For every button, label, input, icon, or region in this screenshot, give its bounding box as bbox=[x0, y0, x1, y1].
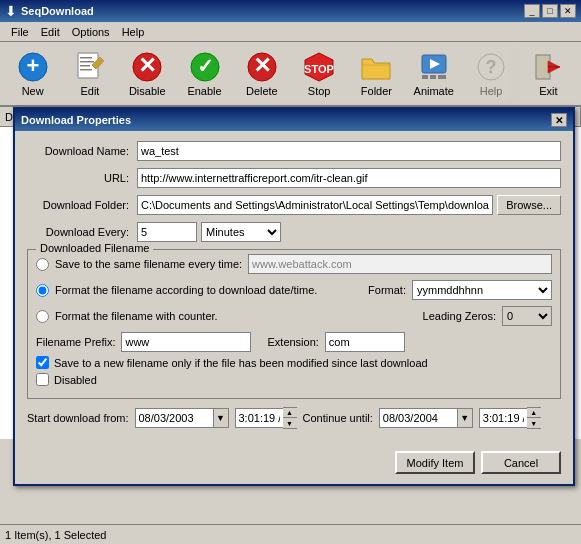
app-title: SeqDownload bbox=[21, 5, 94, 17]
animate-icon bbox=[418, 51, 450, 83]
prefix-label: Filename Prefix: bbox=[36, 336, 115, 348]
dialog-title-bar: Download Properties ✕ bbox=[15, 109, 573, 131]
toolbar-help-label: Help bbox=[480, 85, 503, 97]
format-select[interactable]: yymmddhhnn bbox=[412, 280, 552, 300]
toolbar-new-button[interactable]: + New bbox=[5, 46, 60, 102]
toolbar-help-button[interactable]: ? Help bbox=[463, 46, 518, 102]
folder-label: Download Folder: bbox=[27, 199, 137, 211]
radio-same-filename[interactable] bbox=[36, 258, 49, 271]
maximize-button[interactable]: □ bbox=[542, 4, 558, 18]
end-time-down[interactable]: ▼ bbox=[527, 418, 541, 428]
every-select[interactable]: Minutes bbox=[201, 222, 281, 242]
folder-input[interactable] bbox=[137, 195, 493, 215]
menu-edit[interactable]: Edit bbox=[35, 24, 66, 40]
start-time-up[interactable]: ▲ bbox=[283, 408, 297, 418]
toolbar-edit-button[interactable]: Edit bbox=[62, 46, 117, 102]
menu-options[interactable]: Options bbox=[66, 24, 116, 40]
same-filename-input[interactable] bbox=[248, 254, 552, 274]
url-label: URL: bbox=[27, 172, 137, 184]
radio1-label: Save to the same filename every time: bbox=[55, 258, 242, 270]
downloaded-filename-group: Downloaded Filename Save to the same fil… bbox=[27, 249, 561, 399]
new-icon: + bbox=[17, 51, 49, 83]
every-input[interactable] bbox=[137, 222, 197, 242]
end-time-up[interactable]: ▲ bbox=[527, 408, 541, 418]
delete-icon: ✕ bbox=[246, 51, 278, 83]
svg-rect-20 bbox=[430, 75, 436, 79]
modify-item-button[interactable]: Modify Item bbox=[395, 451, 475, 474]
stop-icon: STOP bbox=[303, 51, 335, 83]
dialog-buttons: Modify Item Cancel bbox=[15, 447, 573, 484]
datetime-row: Start download from: ▼ ▲ ▼ Continue unti… bbox=[27, 407, 561, 429]
enable-icon: ✓ bbox=[189, 51, 221, 83]
extension-input[interactable] bbox=[325, 332, 405, 352]
dialog-title-text: Download Properties bbox=[21, 114, 131, 126]
toolbar-delete-button[interactable]: ✕ Delete bbox=[234, 46, 289, 102]
modified-label: Save to a new filename only if the file … bbox=[54, 357, 428, 369]
radio-date-format[interactable] bbox=[36, 284, 49, 297]
url-input[interactable] bbox=[137, 168, 561, 188]
radio2-row: Format the filename according to downloa… bbox=[36, 280, 552, 300]
start-date-dropdown[interactable]: ▼ bbox=[213, 408, 229, 428]
toolbar-animate-button[interactable]: Animate bbox=[406, 46, 461, 102]
download-name-input[interactable] bbox=[137, 141, 561, 161]
browse-button[interactable]: Browse... bbox=[497, 195, 561, 215]
svg-rect-6 bbox=[80, 69, 92, 71]
every-label: Download Every: bbox=[27, 226, 137, 238]
toolbar-edit-label: Edit bbox=[80, 85, 99, 97]
toolbar-stop-label: Stop bbox=[308, 85, 331, 97]
download-name-label: Download Name: bbox=[27, 145, 137, 157]
start-label: Start download from: bbox=[27, 412, 129, 424]
end-date-input[interactable] bbox=[379, 408, 457, 428]
download-name-row: Download Name: bbox=[27, 141, 561, 161]
start-time-input[interactable] bbox=[235, 408, 283, 428]
start-time-combo: ▲ ▼ bbox=[235, 407, 297, 429]
start-time-spinner[interactable]: ▲ ▼ bbox=[283, 407, 297, 429]
toolbar-disable-button[interactable]: ✕ Disable bbox=[120, 46, 175, 102]
end-time-spinner[interactable]: ▲ ▼ bbox=[527, 407, 541, 429]
disabled-checkbox[interactable] bbox=[36, 373, 49, 386]
toolbar-folder-button[interactable]: Folder bbox=[349, 46, 404, 102]
dialog-close-button[interactable]: ✕ bbox=[551, 113, 567, 127]
radio-counter[interactable] bbox=[36, 310, 49, 323]
svg-rect-19 bbox=[422, 75, 428, 79]
toolbar-enable-button[interactable]: ✓ Enable bbox=[177, 46, 232, 102]
leading-zeros-select[interactable]: 0 bbox=[502, 306, 552, 326]
dialog-body: Download Name: URL: Download Folder: Bro… bbox=[15, 131, 573, 447]
svg-rect-21 bbox=[438, 75, 446, 79]
folder-row: Download Folder: Browse... bbox=[27, 195, 561, 215]
checkbox1-row: Save to a new filename only if the file … bbox=[36, 356, 552, 369]
close-button[interactable]: ✕ bbox=[560, 4, 576, 18]
end-time-input[interactable] bbox=[479, 408, 527, 428]
start-date-input[interactable] bbox=[135, 408, 213, 428]
minimize-button[interactable]: _ bbox=[524, 4, 540, 18]
start-date-combo: ▼ bbox=[135, 408, 229, 428]
menu-help[interactable]: Help bbox=[116, 24, 151, 40]
svg-text:+: + bbox=[26, 53, 39, 78]
end-time-combo: ▲ ▼ bbox=[479, 407, 541, 429]
toolbar-exit-label: Exit bbox=[539, 85, 557, 97]
help-icon: ? bbox=[475, 51, 507, 83]
download-properties-dialog: Download Properties ✕ Download Name: URL… bbox=[13, 107, 575, 486]
disable-icon: ✕ bbox=[131, 51, 163, 83]
start-time-down[interactable]: ▼ bbox=[283, 418, 297, 428]
svg-text:?: ? bbox=[486, 57, 497, 77]
prefix-input[interactable] bbox=[121, 332, 251, 352]
toolbar-enable-label: Enable bbox=[187, 85, 221, 97]
radio2-label: Format the filename according to downloa… bbox=[55, 284, 317, 296]
svg-rect-3 bbox=[80, 57, 92, 59]
format-label: Format: bbox=[368, 284, 406, 296]
modified-checkbox[interactable] bbox=[36, 356, 49, 369]
end-date-dropdown[interactable]: ▼ bbox=[457, 408, 473, 428]
toolbar-delete-label: Delete bbox=[246, 85, 278, 97]
modal-overlay: Download Properties ✕ Download Name: URL… bbox=[8, 107, 581, 544]
cancel-button[interactable]: Cancel bbox=[481, 451, 561, 474]
url-row: URL: bbox=[27, 168, 561, 188]
svg-text:✕: ✕ bbox=[253, 53, 271, 78]
toolbar-new-label: New bbox=[22, 85, 44, 97]
group-legend: Downloaded Filename bbox=[36, 242, 153, 254]
toolbar-exit-button[interactable]: Exit bbox=[521, 46, 576, 102]
menu-file[interactable]: File bbox=[5, 24, 35, 40]
svg-text:STOP: STOP bbox=[304, 63, 334, 75]
edit-icon bbox=[74, 51, 106, 83]
toolbar-stop-button[interactable]: STOP Stop bbox=[291, 46, 346, 102]
